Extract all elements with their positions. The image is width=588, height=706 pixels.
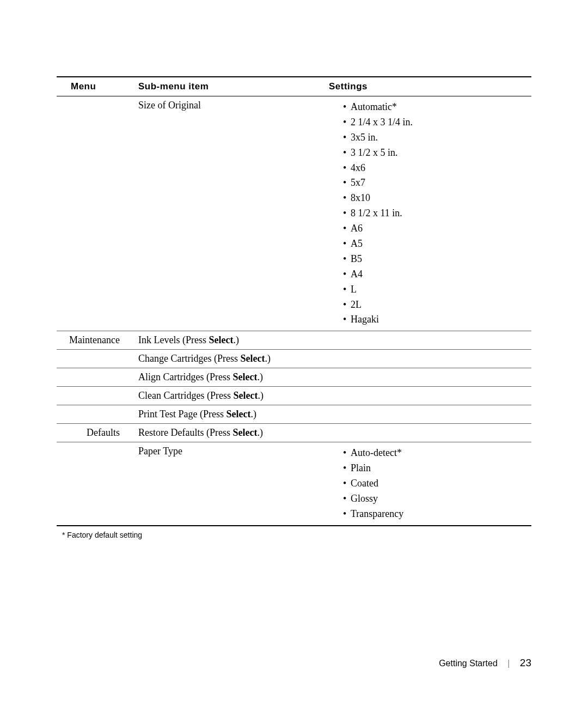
paper-type-options: Auto-detect* Plain Coated Glossy Transpa… bbox=[329, 446, 531, 521]
list-item: A6 bbox=[343, 221, 531, 236]
sub-align-cartridges: Align Cartridges (Press Select.) bbox=[138, 368, 531, 387]
sub-ink-levels: Ink Levels (Press Select.) bbox=[138, 331, 531, 350]
menu-maintenance: Maintenance bbox=[57, 331, 138, 350]
page-footer: Getting Started | 23 bbox=[439, 657, 531, 669]
list-item: 8x10 bbox=[343, 191, 531, 206]
list-item: Plain bbox=[343, 461, 531, 476]
header-sub: Sub-menu item bbox=[138, 77, 329, 96]
list-item: Glossy bbox=[343, 491, 531, 507]
menu-defaults: Defaults bbox=[57, 424, 138, 442]
list-item: Coated bbox=[343, 476, 531, 491]
list-item: A5 bbox=[343, 236, 531, 252]
list-item: Auto-detect* bbox=[343, 446, 531, 461]
footer-page-number: 23 bbox=[520, 657, 531, 668]
footnote: * Factory default setting bbox=[57, 531, 531, 539]
size-of-original-options: Automatic* 2 1/4 x 3 1/4 in. 3x5 in. 3 1… bbox=[329, 100, 531, 327]
list-item: 8 1/2 x 11 in. bbox=[343, 206, 531, 221]
list-item: L bbox=[343, 282, 531, 297]
list-item: A4 bbox=[343, 267, 531, 282]
list-item: 4x6 bbox=[343, 161, 531, 176]
list-item: 3 1/2 x 5 in. bbox=[343, 145, 531, 161]
footer-separator: | bbox=[507, 659, 510, 668]
list-item: Hagaki bbox=[343, 312, 531, 327]
header-settings: Settings bbox=[329, 77, 531, 96]
list-item: 2 1/4 x 3 1/4 in. bbox=[343, 115, 531, 130]
sub-paper-type: Paper Type bbox=[138, 442, 329, 526]
list-item: 3x5 in. bbox=[343, 130, 531, 145]
list-item: 2L bbox=[343, 297, 531, 313]
sub-restore-defaults: Restore Defaults (Press Select.) bbox=[138, 424, 531, 442]
sub-size-of-original: Size of Original bbox=[138, 96, 329, 331]
sub-print-test-page: Print Test Page (Press Select.) bbox=[138, 405, 531, 424]
list-item: B5 bbox=[343, 252, 531, 267]
sub-change-cartridges: Change Cartridges (Press Select.) bbox=[138, 350, 531, 368]
menu-table: Menu Sub-menu item Settings Size of Orig… bbox=[57, 76, 531, 526]
list-item: Transparency bbox=[343, 507, 531, 522]
header-menu: Menu bbox=[57, 77, 138, 96]
sub-clean-cartridges: Clean Cartridges (Press Select.) bbox=[138, 387, 531, 405]
footer-section: Getting Started bbox=[439, 659, 498, 668]
list-item: 5x7 bbox=[343, 175, 531, 191]
list-item: Automatic* bbox=[343, 100, 531, 115]
